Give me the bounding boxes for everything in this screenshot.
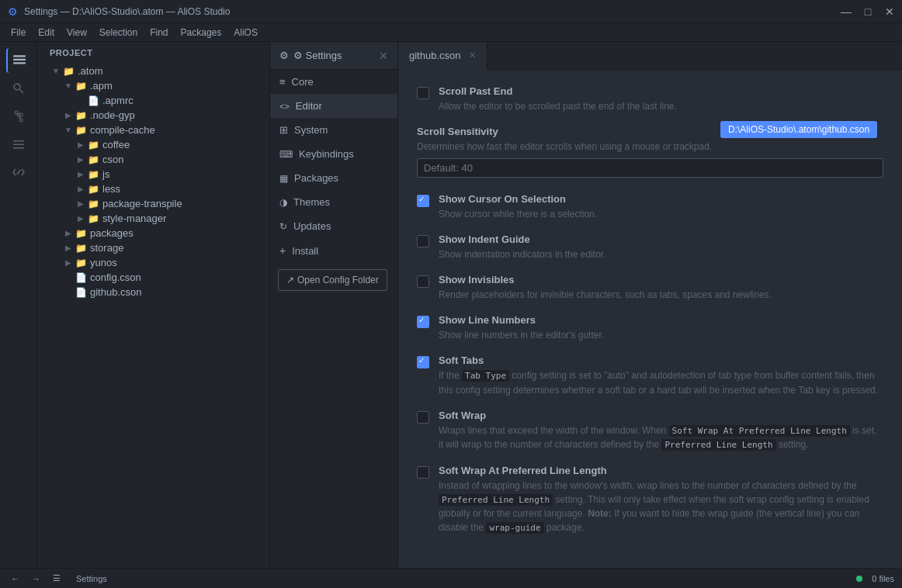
folder-icon: 📁 xyxy=(87,199,99,209)
settings-nav-editor[interactable]: <> Editor xyxy=(270,94,397,118)
soft-wrap-at-preferred-checkbox[interactable] xyxy=(417,466,429,479)
minimize-button[interactable]: — xyxy=(841,7,851,16)
show-line-numbers-checkbox[interactable] xyxy=(417,316,429,328)
tab-close-icon[interactable]: ✕ xyxy=(469,50,476,61)
settings-nav-keybindings[interactable]: ⌨ Keybindings xyxy=(270,142,397,166)
settings-nav-core[interactable]: ≡ Core xyxy=(270,70,397,94)
soft-wrap-at-preferred-label: Soft Wrap At Preferred Line Length xyxy=(439,465,883,476)
tab-bar: github.cson ✕ xyxy=(398,42,902,70)
setting-scroll-past-end: Scroll Past End Allow the editor to be s… xyxy=(417,85,883,113)
window-controls: — □ ✕ xyxy=(841,7,894,16)
soft-wrap-desc: Wraps lines that exceed the width of the… xyxy=(439,424,883,452)
soft-tabs-checkbox[interactable] xyxy=(417,356,429,368)
show-line-numbers-desc: Show line numbers in the editor's gutter… xyxy=(439,328,604,342)
menu-edit[interactable]: Edit xyxy=(32,26,61,40)
soft-wrap-checkbox[interactable] xyxy=(417,411,429,424)
file-count: 0 files xyxy=(872,574,894,583)
tree-item-compile-cache[interactable]: ▼ 📁 compile-cache xyxy=(37,123,269,137)
chevron-down-icon: ▼ xyxy=(62,126,75,134)
file-path-tooltip: D:\AliOS-Studio\.atom\github.cson xyxy=(720,121,877,138)
tree-item-apm[interactable]: ▼ 📁 .apm xyxy=(37,78,269,93)
window-title: Settings — D:\AliOS-Studio\.atom — AliOS… xyxy=(24,6,230,17)
activity-settings[interactable] xyxy=(6,132,31,157)
tree-item-js[interactable]: ▶ 📁 js xyxy=(37,167,269,182)
settings-close-button[interactable]: ✕ xyxy=(379,50,388,62)
file-icon: 📄 xyxy=(87,95,99,106)
soft-wrap-at-preferred-desc: Instead of wrapping lines to the window'… xyxy=(439,479,883,535)
folder-icon: 📁 xyxy=(75,243,87,254)
keybindings-icon: ⌨ xyxy=(279,149,293,160)
folder-icon: 📁 xyxy=(75,258,87,268)
statusbar-menu-button[interactable]: ☰ xyxy=(50,573,64,583)
settings-nav-themes[interactable]: ◑ Themes xyxy=(270,190,397,214)
tab-type-code: Tab Type xyxy=(462,370,509,382)
statusbar-next-button[interactable]: → xyxy=(29,574,43,583)
tree-item-atom[interactable]: ▼ 📁 .atom xyxy=(37,64,269,78)
svg-line-6 xyxy=(16,113,21,114)
menu-packages[interactable]: Packages xyxy=(175,26,228,40)
tree-item-less[interactable]: ▶ 📁 less xyxy=(37,182,269,196)
activity-explorer[interactable] xyxy=(6,48,31,73)
core-icon: ≡ xyxy=(279,76,286,88)
show-indent-guide-checkbox[interactable] xyxy=(417,235,429,247)
sidebar-header: Project xyxy=(37,42,269,64)
tree-item-yunos[interactable]: ▶ 📁 yunos xyxy=(37,255,269,270)
tree-item-coffee[interactable]: ▶ 📁 coffee xyxy=(37,137,269,152)
scroll-past-end-text: Scroll Past End Allow the editor to be s… xyxy=(439,85,677,113)
tree-item-apmrc[interactable]: 📄 .apmrc xyxy=(37,93,269,108)
tree-item-github-cson[interactable]: 📄 github.cson xyxy=(37,285,269,299)
folder-icon: 📁 xyxy=(87,169,99,180)
chevron-right-icon: ▶ xyxy=(75,155,87,164)
activity-search[interactable] xyxy=(6,76,31,101)
tree-item-packages[interactable]: ▶ 📁 packages xyxy=(37,226,269,240)
maximize-button[interactable]: □ xyxy=(863,7,873,16)
system-icon: ⊞ xyxy=(279,124,288,136)
tree-item-node-gyp[interactable]: ▶ 📁 .node-gyp xyxy=(37,108,269,123)
tab-github-cson[interactable]: github.cson ✕ xyxy=(398,43,487,70)
settings-nav-system[interactable]: ⊞ System xyxy=(270,118,397,142)
scroll-past-end-checkbox[interactable] xyxy=(417,87,429,99)
settings-nav-install[interactable]: + Install xyxy=(270,238,397,263)
folder-icon: 📁 xyxy=(87,184,99,195)
tab-label: github.cson xyxy=(409,50,461,61)
show-cursor-on-selection-desc: Show cursor while there is a selection. xyxy=(439,207,597,221)
folder-open-icon: ↗ xyxy=(286,275,294,285)
menu-alios[interactable]: AliOS xyxy=(227,26,264,40)
chevron-down-icon: ▼ xyxy=(62,81,75,90)
statusbar-prev-button[interactable]: ← xyxy=(8,574,23,583)
show-line-numbers-label: Show Line Numbers xyxy=(439,314,604,326)
menu-find[interactable]: Find xyxy=(144,26,174,40)
menu-view[interactable]: View xyxy=(61,26,93,40)
show-indent-guide-label: Show Indent Guide xyxy=(439,233,605,245)
settings-panel-header: ⚙ ⚙ Settings ✕ xyxy=(270,42,397,70)
themes-icon: ◑ xyxy=(279,197,287,208)
chevron-right-icon: ▶ xyxy=(62,258,75,267)
tree-item-cson[interactable]: ▶ 📁 cson xyxy=(37,152,269,167)
titlebar: ⚙ Settings — D:\AliOS-Studio\.atom — Ali… xyxy=(0,0,902,23)
show-cursor-on-selection-label: Show Cursor On Selection xyxy=(439,193,597,205)
main-layout: Project ▼ 📁 .atom ▼ 📁 .apm 📄 .apmrc ▶ 📁 … xyxy=(0,42,902,568)
svg-point-3 xyxy=(19,119,23,122)
activity-git[interactable] xyxy=(6,104,31,129)
open-config-folder-button[interactable]: ↗ Open Config Folder xyxy=(278,269,387,291)
editor-icon: <> xyxy=(279,102,290,111)
chevron-right-icon: ▶ xyxy=(75,214,87,223)
scroll-sensitivity-input[interactable] xyxy=(417,158,883,178)
show-cursor-on-selection-checkbox[interactable] xyxy=(417,195,429,207)
activity-code[interactable] xyxy=(6,160,31,185)
settings-nav-updates[interactable]: ↻ Updates xyxy=(270,214,397,238)
folder-icon: 📁 xyxy=(87,213,99,224)
tree-item-storage[interactable]: ▶ 📁 storage xyxy=(37,240,269,255)
statusbar-right: 0 files xyxy=(856,574,894,583)
close-button[interactable]: ✕ xyxy=(885,7,894,16)
tree-item-style-manager[interactable]: ▶ 📁 style-manager xyxy=(37,211,269,226)
tree-item-package-transpile[interactable]: ▶ 📁 package-transpile xyxy=(37,196,269,211)
settings-nav-packages[interactable]: ▦ Packages xyxy=(270,166,397,190)
tree-item-config-cson[interactable]: 📄 config.cson xyxy=(37,270,269,285)
chevron-right-icon: ▶ xyxy=(62,229,75,237)
folder-icon: 📁 xyxy=(87,154,99,165)
updates-icon: ↻ xyxy=(279,221,287,232)
menu-file[interactable]: File xyxy=(5,26,32,40)
menu-selection[interactable]: Selection xyxy=(93,26,144,40)
show-invisibles-checkbox[interactable] xyxy=(417,275,429,288)
